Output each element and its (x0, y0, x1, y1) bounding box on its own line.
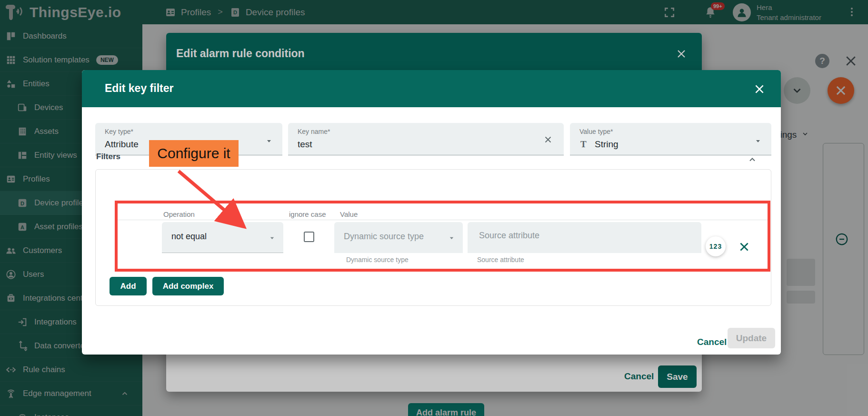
key-name-field[interactable]: Key name* (288, 123, 564, 155)
ignore-case-checkbox[interactable] (304, 232, 314, 242)
remove-filter-icon[interactable] (738, 241, 750, 253)
divider (118, 220, 768, 220)
operation-select[interactable]: not equal (162, 222, 283, 253)
source-attribute-field[interactable] (468, 222, 701, 253)
column-operation: Operation (163, 210, 195, 218)
column-value: Value (340, 210, 358, 218)
update-button[interactable]: Update (728, 328, 775, 348)
filters-title: Filters (96, 152, 120, 162)
operation-value: not equal (171, 232, 207, 242)
dropdown-arrow-icon (754, 137, 762, 145)
field-label: Key name* (298, 128, 330, 135)
value-type-value: String (595, 139, 756, 150)
dropdown-arrow-icon (448, 234, 455, 242)
configure-it-annotation: Configure it (149, 140, 239, 167)
add-button[interactable]: Add (110, 277, 147, 295)
source-attribute-input[interactable] (479, 231, 684, 241)
dropdown-arrow-icon (265, 137, 273, 145)
field-label: Key type* (105, 128, 133, 135)
add-complex-button[interactable]: Add complex (152, 277, 224, 295)
dialog-title: Edit key filter (105, 82, 173, 95)
dropdown-arrow-icon (269, 234, 276, 242)
dynamic-source-placeholder: Dynamic source type (344, 232, 424, 242)
clear-icon[interactable] (543, 134, 553, 145)
dynamic-source-helper: Dynamic source type (346, 256, 409, 264)
edit-key-filter-dialog: Edit key filter Key type* Attribute Key … (82, 70, 781, 355)
dialog-header: Edit key filter (82, 70, 781, 107)
numeric-value-toggle[interactable]: 123 (706, 236, 726, 256)
key-name-input[interactable] (298, 139, 518, 150)
string-type-icon: T (580, 139, 587, 150)
value-type-select[interactable]: Value type* T String (570, 123, 771, 155)
collapse-chevron-icon[interactable] (748, 155, 757, 164)
dynamic-source-type-select[interactable]: Dynamic source type (334, 222, 463, 253)
field-label: Value type* (579, 128, 613, 135)
column-ignore-case: ignore case (289, 210, 326, 218)
close-icon[interactable] (753, 83, 766, 95)
source-attribute-helper: Source attribute (477, 256, 524, 264)
